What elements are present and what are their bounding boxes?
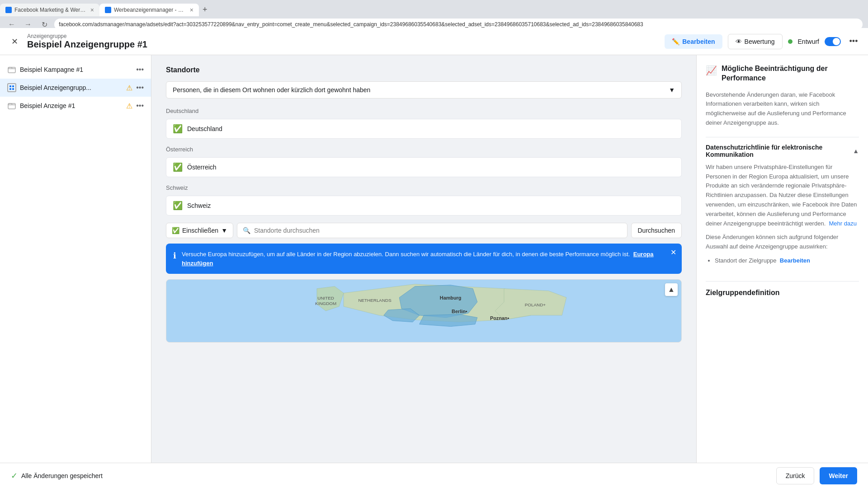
- bearbeiten-button[interactable]: ✏️ Bearbeiten: [665, 34, 722, 49]
- accordion-header[interactable]: Datenschutzrichtlinie für elektronische …: [706, 144, 859, 158]
- eye-icon: 👁: [736, 38, 742, 45]
- right-panel: 📈 Mögliche Beeinträchtigung der Performa…: [696, 55, 868, 463]
- map-collapse-button[interactable]: ▲: [665, 283, 678, 296]
- accordion-para2: Diese Änderungen können sich aufgrund fo…: [706, 233, 859, 252]
- section-title: Standorte: [166, 66, 682, 74]
- include-dropdown[interactable]: ✅ Einschließen ▼: [166, 223, 233, 238]
- dropdown-chevron-icon: ▼: [669, 86, 675, 94]
- tab1-title: Facebook Marketing & Werbe...: [14, 7, 86, 13]
- tab1-favicon: [5, 7, 12, 13]
- toggle-button[interactable]: [825, 37, 841, 46]
- browser-tab-2[interactable]: Werbeanzeigenmanager - We... ×: [99, 4, 199, 16]
- new-tab-button[interactable]: +: [199, 3, 211, 16]
- bottom-bar: ✓ Alle Änderungen gespeichert Zurück Wei…: [0, 463, 868, 488]
- kampagne-more[interactable]: •••: [136, 66, 144, 74]
- anzeigengruppe-label: Beispiel Anzeigengrupp...: [20, 84, 123, 91]
- shield-small-icon: ✅: [172, 227, 179, 234]
- grid-cell-4: [12, 88, 14, 90]
- main-content: Beispiel Kampagne #1 ••• Beispiel Anzeig…: [0, 55, 868, 463]
- location-group-deutschland: Deutschland ✅ Deutschland: [166, 106, 682, 139]
- performance-icon: 📈: [706, 65, 717, 76]
- svg-text:Berlin•: Berlin•: [452, 309, 467, 314]
- shield-icon-schweiz: ✅: [173, 201, 183, 211]
- header-title-group: Anzeigengruppe Beispiel Anzeigengruppe #…: [27, 33, 659, 50]
- location-group-oesterreich: Österreich ✅ Österreich: [166, 144, 682, 177]
- location-search-bar: ✅ Einschließen ▼ 🔍 Durchsuchen: [166, 223, 682, 238]
- grid-icon: [7, 83, 16, 92]
- location-name-deutschland: Deutschland: [187, 125, 222, 132]
- search-btn-label: Durchsuchen: [638, 227, 675, 234]
- location-type-dropdown[interactable]: Personen, die in diesem Ort wohnen oder …: [166, 81, 682, 99]
- grid-cell-2: [12, 85, 14, 87]
- weiter-button[interactable]: Weiter: [820, 467, 857, 484]
- bewertung-label: Bewertung: [745, 38, 775, 45]
- location-search-input-wrap[interactable]: 🔍: [237, 223, 627, 238]
- anzeigengruppe-warning-icon: ⚠: [126, 84, 132, 92]
- bullet-item: Standort der Zielgruppe Bearbeiten: [715, 256, 859, 266]
- svg-text:UNITED: UNITED: [317, 296, 334, 300]
- svg-text:NETHERLANDS: NETHERLANDS: [358, 298, 392, 303]
- sidebar-item-anzeigengruppe[interactable]: Beispiel Anzeigengrupp... ⚠ •••: [0, 79, 151, 97]
- search-icon: 🔍: [243, 227, 250, 234]
- grid-cell-3: [9, 88, 11, 90]
- location-group-title-deutschland: Deutschland: [166, 106, 682, 116]
- accordion-body: Wir haben unsere Privatsphäre-Einstellun…: [706, 163, 859, 266]
- sidebar-item-kampagne[interactable]: Beispiel Kampagne #1 •••: [0, 61, 151, 79]
- close-button[interactable]: ✕: [7, 34, 22, 49]
- svg-text:Poznan•: Poznan•: [490, 315, 509, 321]
- accordion-section: Datenschutzrichtlinie für elektronische …: [706, 137, 859, 272]
- header-subtitle: Anzeigengruppe: [27, 33, 659, 39]
- include-chevron-icon: ▼: [221, 227, 227, 234]
- browser-tab-1[interactable]: Facebook Marketing & Werbe... ×: [0, 4, 99, 16]
- status-dot: [788, 39, 793, 44]
- map-container: UNITED KINGDOM NETHERLANDS Hamburg Berli…: [166, 279, 682, 343]
- location-item-schweiz: ✅ Schweiz: [166, 196, 682, 216]
- info-banner-text: Versuche Europa hinzuzufügen, um auf all…: [182, 250, 675, 267]
- saved-status: ✓ Alle Änderungen gespeichert: [11, 471, 103, 481]
- kampagne-label: Beispiel Kampagne #1: [20, 66, 132, 73]
- location-type-text: Personen, die in diesem Ort wohnen oder …: [173, 86, 370, 94]
- address-text: facebook.com/adsmanager/manage/adsets/ed…: [59, 21, 643, 28]
- header-right: Entwurf •••: [788, 34, 861, 49]
- anzeige-more[interactable]: •••: [136, 102, 144, 110]
- location-group-title-schweiz: Schweiz: [166, 183, 682, 193]
- shield-icon-deutschland: ✅: [173, 124, 183, 134]
- pencil-icon: ✏️: [672, 38, 679, 45]
- bottom-actions: Zurück Weiter: [776, 467, 857, 484]
- folder-icon: [7, 65, 16, 74]
- search-button[interactable]: Durchsuchen: [631, 223, 682, 238]
- accordion-bullet-list: Standort der Zielgruppe Bearbeiten: [706, 256, 859, 266]
- right-panel-title: Mögliche Beeinträchtigung der Performanc…: [722, 64, 859, 83]
- more-button[interactable]: •••: [846, 34, 861, 49]
- svg-text:KINGDOM: KINGDOM: [315, 301, 336, 306]
- sidebar: Beispiel Kampagne #1 ••• Beispiel Anzeig…: [0, 55, 151, 463]
- include-label: Einschließen: [182, 227, 218, 234]
- location-group-schweiz: Schweiz ✅ Schweiz: [166, 183, 682, 216]
- tab2-favicon: [105, 7, 111, 13]
- zuruck-button[interactable]: Zurück: [776, 467, 815, 484]
- map-svg: UNITED KINGDOM NETHERLANDS Hamburg Berli…: [166, 280, 681, 342]
- location-group-title-oesterreich: Österreich: [166, 144, 682, 155]
- right-panel-section2: Zielgruppendefinition: [706, 281, 859, 297]
- zielgruppendefinition-title: Zielgruppendefinition: [706, 289, 859, 297]
- toggle-knob: [833, 38, 840, 45]
- sidebar-item-anzeige[interactable]: Beispiel Anzeige #1 ⚠ •••: [0, 97, 151, 115]
- mehr-link[interactable]: Mehr dazu: [829, 220, 856, 227]
- tab2-close[interactable]: ×: [190, 6, 193, 14]
- location-item-oesterreich: ✅ Österreich: [166, 157, 682, 177]
- right-panel-header: 📈 Mögliche Beeinträchtigung der Performa…: [706, 64, 859, 83]
- location-name-oesterreich: Österreich: [187, 164, 217, 171]
- info-banner: ℹ Versuche Europa hinzuzufügen, um auf a…: [166, 244, 682, 274]
- location-search-input[interactable]: [254, 227, 621, 234]
- anzeigengruppe-more[interactable]: •••: [136, 84, 144, 92]
- bearbeiten-label: Bearbeiten: [682, 38, 715, 45]
- info-banner-close[interactable]: ✕: [670, 248, 676, 257]
- shield-icon-oesterreich: ✅: [173, 162, 183, 172]
- bewertung-button[interactable]: 👁 Bewertung: [728, 34, 783, 49]
- svg-text:Hamburg: Hamburg: [440, 295, 462, 300]
- entwurf-label: Entwurf: [798, 38, 819, 45]
- tab1-close[interactable]: ×: [90, 6, 94, 14]
- weiter-label: Weiter: [829, 472, 848, 479]
- right-panel-body: Bevorstehende Änderungen daran, wie Face…: [706, 90, 859, 128]
- bearbeiten-link[interactable]: Bearbeiten: [780, 257, 810, 264]
